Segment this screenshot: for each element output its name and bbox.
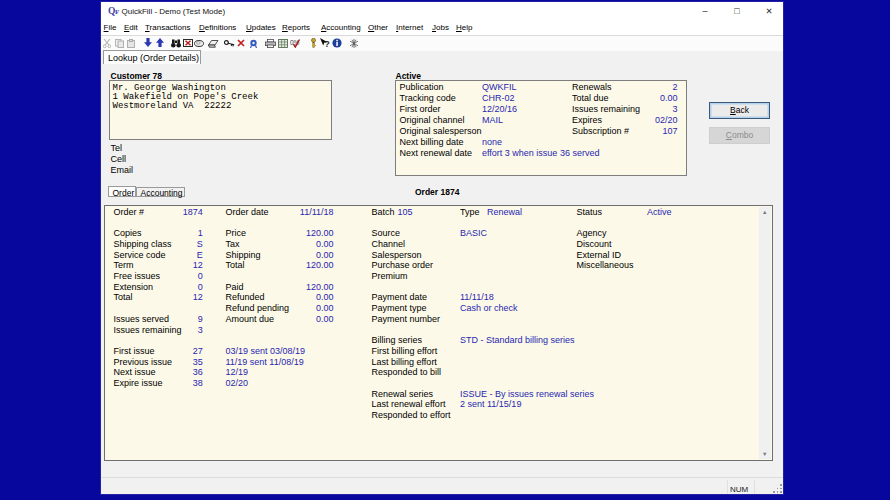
svg-text:?: ? [324, 39, 329, 48]
